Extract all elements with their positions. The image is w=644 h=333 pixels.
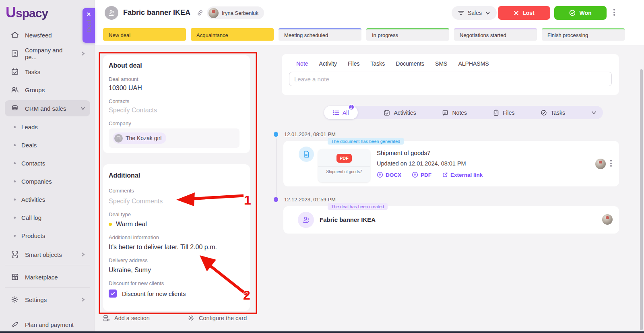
add-section-button[interactable]: Add a section — [103, 314, 150, 322]
sidebar-item-company-and-people[interactable]: Company and pe... — [5, 46, 90, 62]
sidebar-item-leads[interactable]: Leads — [5, 120, 90, 134]
calendar-check-icon — [384, 110, 390, 116]
tab-documents[interactable]: Documents — [396, 60, 424, 67]
tab-files[interactable]: Files — [348, 60, 360, 67]
funnel-select[interactable]: Sales — [452, 6, 497, 20]
tab-activity[interactable]: Activity — [319, 60, 337, 67]
filter-expand-chevron-icon[interactable] — [591, 110, 597, 115]
home-icon — [10, 31, 19, 39]
chevron-down-icon — [485, 10, 490, 15]
header-more-menu[interactable] — [613, 9, 615, 16]
deal-side-tab[interactable]: ✕ Deal — [83, 8, 95, 43]
discount-checkbox[interactable] — [109, 290, 117, 298]
sidebar-item-products[interactable]: Products — [5, 229, 90, 242]
document-preview-caption: Shipment of goods7 — [318, 166, 370, 174]
field-label: Discount for new clients — [109, 280, 164, 286]
company-field[interactable]: The Kozak girl — [109, 128, 239, 148]
stage-negotiations-started[interactable]: Negotiations started — [454, 28, 537, 41]
field-label: Deal type — [109, 211, 131, 217]
stage-in-progress[interactable]: In progress — [366, 28, 449, 41]
deal-type-value[interactable]: Warm deal — [109, 221, 147, 228]
deal-amount-value[interactable]: 10300 UAH — [109, 85, 142, 92]
sidebar-item-companies[interactable]: Companies — [5, 174, 90, 188]
chevron-down-icon — [80, 106, 85, 111]
company-avatar-icon — [114, 134, 123, 143]
tab-alphasms[interactable]: ALPHASMS — [458, 60, 489, 67]
add-section-icon — [103, 314, 110, 322]
delivery-address-value[interactable]: Ukraine, Sumy — [109, 267, 151, 274]
company-chip[interactable]: The Kozak girl — [113, 132, 166, 144]
tab-note[interactable]: Note — [296, 60, 308, 67]
owner-chip[interactable]: Iryna Serbeniuk — [207, 6, 264, 19]
stage-label: Finish processing — [547, 32, 588, 38]
download-pdf-link[interactable]: PDF — [412, 172, 431, 178]
contacts-placeholder[interactable]: Specify Contacts — [109, 107, 157, 114]
filter-label: Tasks — [551, 110, 565, 116]
sidebar-item-smart-objects[interactable]: Smart objects — [5, 246, 90, 263]
stage-acquaintance[interactable]: Acquaintance — [191, 28, 274, 41]
close-icon[interactable]: ✕ — [87, 11, 91, 17]
filter-icon — [458, 10, 464, 15]
external-link[interactable]: External link — [442, 172, 483, 178]
sidebar-item-newsfeed[interactable]: Newsfeed — [5, 27, 90, 43]
stage-label: Meeting scheduled — [284, 32, 328, 38]
avatar — [602, 214, 613, 225]
tab-sms[interactable]: SMS — [435, 60, 447, 67]
filter-label: Activities — [394, 110, 416, 116]
gear-icon — [188, 314, 195, 322]
filter-files[interactable]: Files — [493, 110, 515, 116]
additional-info-value[interactable]: It's better to deliver later. Till 2.00 … — [109, 244, 217, 251]
tab-tasks[interactable]: Tasks — [370, 60, 385, 67]
stage-new-deal[interactable]: New deal — [103, 28, 186, 41]
scrollbar-thumb[interactable] — [640, 69, 643, 330]
filter-notes[interactable]: Notes — [442, 110, 467, 116]
comments-placeholder[interactable]: Specify Comments — [109, 198, 163, 205]
sidebar-subitem-label: Contacts — [21, 160, 45, 167]
additional-card: Additional Comments Specify Comments Dea… — [103, 164, 250, 311]
note-panel: Note Activity Files Tasks Documents SMS … — [282, 54, 619, 95]
sidebar-item-crm-and-sales[interactable]: CRM and sales — [5, 100, 90, 116]
deal-tab-label: Deal — [86, 20, 92, 32]
filter-all-pill[interactable]: All 2 — [324, 106, 358, 119]
sidebar-item-contacts[interactable]: Contacts — [5, 156, 90, 170]
document-preview[interactable]: PDF Shipment of goods7 — [318, 149, 370, 182]
logo-text: spacy — [16, 6, 48, 20]
about-deal-card: About deal Deal amount 10300 UAH Contact… — [103, 55, 250, 153]
sidebar: Uspacy Newsfeed Company and pe... Tasks … — [0, 0, 95, 333]
note-input[interactable] — [289, 72, 612, 86]
sidebar-subitem-label: Activities — [21, 196, 45, 203]
sidebar-item-tasks[interactable]: Tasks — [5, 64, 90, 80]
logo-u: U — [6, 4, 16, 21]
won-button[interactable]: Won — [554, 6, 607, 20]
field-label: Additional information — [109, 234, 159, 240]
sidebar-item-marketplace[interactable]: Marketplace — [5, 269, 90, 285]
configure-card-button[interactable]: Configure the card — [188, 314, 247, 322]
timeline-dot-purple — [274, 197, 278, 202]
sidebar-item-activities[interactable]: Activities — [5, 192, 90, 206]
stage-label: Acquaintance — [196, 32, 228, 38]
sidebar-item-deals[interactable]: Deals — [5, 138, 90, 152]
deal-created-title[interactable]: Fabric banner IKEA — [320, 216, 376, 223]
note-tabs: Note Activity Files Tasks Documents SMS … — [296, 60, 489, 67]
timeline-dot-blue — [274, 132, 278, 137]
stage-meeting-scheduled[interactable]: Meeting scheduled — [279, 28, 361, 41]
timeline-date: 12.12.2023, 01:59 PM — [284, 196, 336, 203]
sidebar-item-settings[interactable]: Settings — [5, 292, 90, 308]
uspacy-logo[interactable]: Uspacy — [6, 4, 48, 21]
lost-button[interactable]: Lost — [498, 6, 550, 20]
copy-link-icon[interactable] — [196, 9, 204, 18]
sidebar-item-groups[interactable]: Groups — [5, 82, 90, 98]
sidebar-item-label: Newsfeed — [25, 32, 52, 39]
stage-finish-processing[interactable]: Finish processing — [542, 28, 625, 41]
document-title[interactable]: Shipment of goods7 — [377, 149, 430, 156]
sidebar-item-plan-and-payment[interactable]: Plan and payment — [5, 316, 90, 333]
gear-icon — [10, 295, 19, 304]
download-docx-link[interactable]: DOCX — [377, 172, 401, 178]
filter-tasks[interactable]: Tasks — [541, 110, 565, 116]
sidebar-subitem-label: Deals — [21, 142, 37, 149]
filter-activities[interactable]: Activities — [384, 110, 416, 116]
card-more-menu[interactable] — [610, 160, 612, 167]
sidebar-item-label: Smart objects — [25, 251, 62, 258]
sidebar-item-label: Groups — [25, 87, 45, 93]
sidebar-item-call-log[interactable]: Call log — [5, 211, 90, 224]
